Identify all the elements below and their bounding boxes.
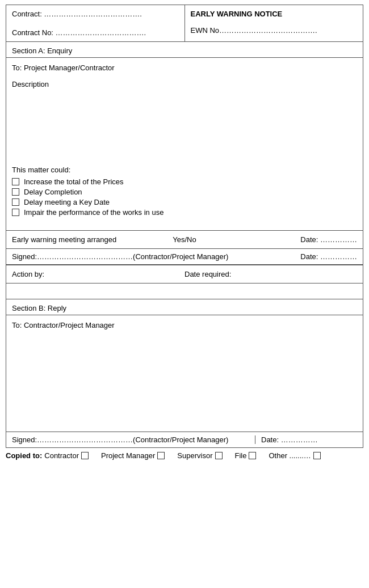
copied-pm-label: Project Manager [101,451,155,460]
copied-item-pm: Project Manager [101,451,169,460]
warning-date: Date: …………… [219,235,357,244]
warning-meeting-label: Early warning meeting arranged [12,235,150,244]
section-b-body: To: Contractor/Project Manager [6,315,363,432]
contract-no-label: Contract No: ………………………………. [12,28,146,37]
copied-contractor-label: Contractor [44,451,79,460]
section-b-space [12,335,357,426]
ewn-title: EARLY WARNING NOTICE [191,10,358,18]
checkbox-icon[interactable] [12,188,19,196]
checkbox-pm[interactable] [157,452,165,459]
bottom-signed-label: Signed:…………………………………(Contractor/Project … [12,435,255,444]
signed-row: Signed:…………………………………(Contractor/Project … [6,248,363,265]
checkbox-contractor[interactable] [81,452,89,459]
header-left: Contract: …………………………………. Contract No: ……… [6,5,185,41]
contract-label: Contract: …………………………………. [12,10,142,18]
copied-to: Copied to: Contractor Project Manager Su… [6,448,363,460]
list-item: Delay Completion [12,188,357,196]
copied-items: Contractor Project Manager Supervisor Fi… [44,451,333,460]
section-b: Section B: Reply To: Contractor/Project … [6,299,363,447]
empty-row [6,284,363,299]
section-b-to: To: Contractor/Project Manager [12,321,357,329]
checkbox-list: Increase the total of the Prices Delay C… [12,177,357,217]
section-a-title: Section A: Enquiry [12,46,72,55]
checkbox-icon[interactable] [12,209,19,216]
description-label: Description [12,80,357,88]
checkbox-file[interactable] [249,452,256,459]
checkbox-other[interactable] [313,452,321,459]
to-line: To: Project Manager/Contractor [12,64,357,72]
form-wrapper: Contract: …………………………………. Contract No: ……… [6,5,363,448]
copied-supervisor-label: Supervisor [177,451,212,460]
copied-to-label: Copied to: [6,451,42,460]
this-matter: This matter could: [12,166,357,174]
copied-item-other: Other .......… [269,451,325,460]
description-area [12,92,357,160]
warning-row: Early warning meeting arranged Yes/No Da… [6,230,363,248]
checkbox-supervisor[interactable] [215,452,223,459]
copied-item-file: File [235,451,261,460]
section-a-body: To: Project Manager/Contractor Descripti… [6,58,363,230]
bottom-signed-row: Signed:…………………………………(Contractor/Project … [6,432,363,447]
bottom-signed-date: Date: …………… [255,435,357,444]
date-required: Date required: [184,270,357,278]
copied-item-contractor: Contractor [44,451,93,460]
yes-no: Yes/No [150,235,219,244]
header-right: EARLY WARNING NOTICE EWN No…………………………………… [185,5,363,41]
list-item: Increase the total of the Prices [12,177,357,186]
copied-other-label: Other .......… [269,451,311,460]
copied-file-label: File [235,451,247,460]
action-by: Action by: [12,270,184,278]
list-item: Impair the performance of the works in u… [12,208,357,217]
section-b-header: Section B: Reply [6,299,363,315]
signed-label: Signed:…………………………………(Contractor/Project … [12,252,300,261]
checkbox-label-3: Delay meeting a Key Date [24,198,110,206]
page: Contract: …………………………………. Contract No: ……… [0,0,369,588]
action-row: Action by: Date required: [6,265,363,284]
header-row: Contract: …………………………………. Contract No: ……… [6,5,363,42]
section-a: Section A: Enquiry To: Project Manager/C… [6,42,363,265]
checkbox-label-4: Impair the performance of the works in u… [24,208,163,217]
checkbox-label-1: Increase the total of the Prices [24,177,124,186]
ewn-no: EWN No…………………………………. [191,26,358,35]
contract-no-line: Contract No: ………………………………. [12,28,179,37]
copied-item-supervisor: Supervisor [177,451,227,460]
checkbox-label-2: Delay Completion [24,188,82,196]
checkbox-icon[interactable] [12,178,19,185]
checkbox-icon[interactable] [12,198,19,206]
signed-date: Date: …………… [300,252,357,261]
section-a-header: Section A: Enquiry [6,42,363,58]
list-item: Delay meeting a Key Date [12,198,357,206]
section-b-title: Section B: Reply [12,304,66,312]
contract-line: Contract: …………………………………. [12,10,179,18]
